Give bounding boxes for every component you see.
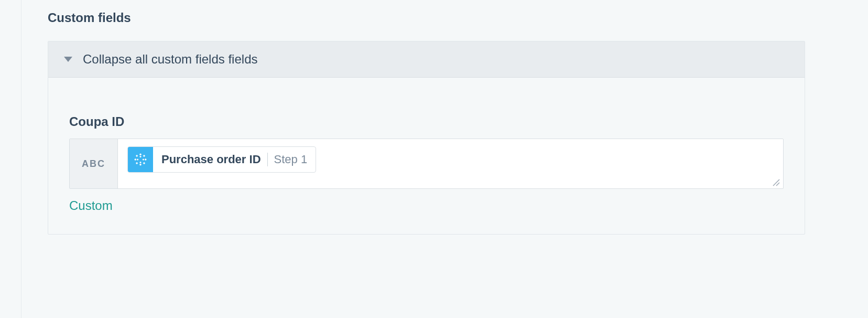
svg-point-1 xyxy=(139,164,141,165)
datapill-text: Purchase order ID Step 1 xyxy=(153,147,316,172)
chevron-down-icon xyxy=(64,57,72,62)
section-title: Custom fields xyxy=(48,10,805,25)
svg-point-0 xyxy=(139,154,141,155)
svg-point-3 xyxy=(145,158,146,160)
svg-point-11 xyxy=(143,158,144,160)
collapse-label: Collapse all custom fields fields xyxy=(83,52,257,67)
field-label: Coupa ID xyxy=(69,114,784,129)
fields-body: Coupa ID ABC xyxy=(48,78,805,234)
svg-point-5 xyxy=(143,155,145,156)
datapill-main-label: Purchase order ID xyxy=(161,153,261,166)
svg-point-6 xyxy=(136,162,137,164)
collapse-toggle[interactable]: Collapse all custom fields fields xyxy=(48,41,805,78)
snowflake-icon xyxy=(128,147,153,172)
svg-line-12 xyxy=(773,179,779,186)
page-container: Custom fields Collapse all custom fields… xyxy=(21,0,868,318)
svg-point-2 xyxy=(135,158,136,160)
resize-handle-icon xyxy=(772,178,780,186)
custom-link[interactable]: Custom xyxy=(69,198,113,213)
svg-line-13 xyxy=(776,183,779,186)
svg-point-10 xyxy=(137,158,138,160)
datapill-step-label: Step 1 xyxy=(274,153,308,166)
datapill[interactable]: Purchase order ID Step 1 xyxy=(127,146,316,173)
svg-point-7 xyxy=(143,162,145,164)
svg-point-4 xyxy=(136,155,137,156)
field-input[interactable]: Purchase order ID Step 1 xyxy=(118,139,783,188)
divider xyxy=(267,153,268,166)
type-badge: ABC xyxy=(70,139,118,188)
svg-point-9 xyxy=(139,162,141,163)
svg-point-8 xyxy=(139,156,141,157)
field-input-row: ABC xyxy=(69,139,784,189)
custom-fields-panel: Collapse all custom fields fields Coupa … xyxy=(48,41,805,235)
